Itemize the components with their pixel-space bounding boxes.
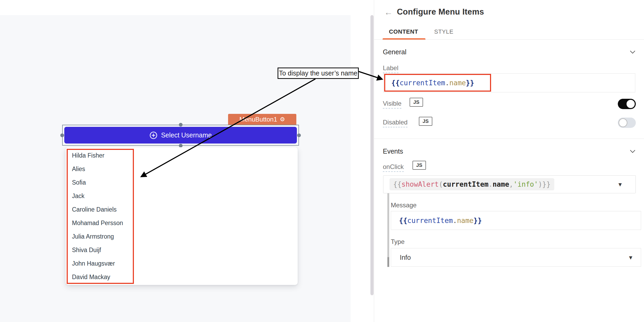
- type-select[interactable]: Info ▼: [391, 248, 641, 267]
- tab-style[interactable]: STYLE: [434, 28, 453, 35]
- dropdown-caret-icon: ▼: [617, 182, 623, 187]
- resize-handle-top[interactable]: [179, 123, 183, 127]
- onclick-field-caption: onClick: [383, 163, 404, 171]
- message-input[interactable]: {{currentItem.name}}: [391, 211, 641, 230]
- type-select-value: Info: [400, 254, 411, 261]
- tabs-divider: [374, 39, 644, 40]
- annotation-highlight-list: [67, 149, 134, 284]
- onclick-action-select[interactable]: {{showAlert(currentItem.name,'info')}} ▼: [383, 175, 636, 193]
- resize-handle-right[interactable]: [297, 133, 301, 137]
- toggle-knob: [627, 100, 635, 108]
- nested-panel-guide-thumb[interactable]: [387, 257, 389, 267]
- visible-js-toggle[interactable]: JS: [410, 98, 423, 107]
- label-input[interactable]: {{currentItem.name}}: [383, 73, 635, 92]
- toggle-knob: [619, 118, 627, 127]
- canvas-scrollbar[interactable]: [370, 15, 374, 295]
- section-events: Events: [383, 147, 403, 155]
- widget-name-label: MenuButton1: [239, 116, 277, 123]
- section-general: General: [383, 48, 406, 56]
- panel-divider: [374, 0, 374, 322]
- message-field-caption: Message: [391, 202, 416, 209]
- plus-circle-icon: [149, 131, 157, 139]
- disabled-toggle[interactable]: [618, 118, 636, 128]
- page-title: Configure Menu Items: [397, 7, 484, 17]
- resize-handle-left[interactable]: [60, 133, 64, 137]
- back-icon[interactable]: ←: [384, 7, 393, 17]
- dropdown-caret-icon: ▼: [628, 255, 633, 260]
- label-input-value: {{currentItem.name}}: [391, 79, 474, 87]
- visible-toggle[interactable]: [618, 99, 636, 109]
- visible-field-caption: Visible: [383, 100, 401, 107]
- annotation-callout: To display the user’s name: [278, 68, 359, 79]
- select-username-button[interactable]: Select Username: [64, 127, 297, 144]
- menu-button-label: Select Username: [161, 131, 212, 139]
- disabled-field-caption: Disabled: [383, 119, 407, 126]
- nested-panel-guide: [387, 193, 389, 267]
- onclick-action-chip: {{showAlert(currentItem.name,'info')}}: [389, 178, 554, 190]
- type-field-caption: Type: [391, 238, 405, 245]
- onclick-js-toggle[interactable]: JS: [412, 161, 426, 170]
- chevron-down-icon[interactable]: [630, 50, 636, 54]
- gear-icon[interactable]: ⚙: [280, 117, 285, 122]
- tab-content[interactable]: CONTENT: [389, 28, 418, 35]
- resize-handle-bottom[interactable]: [179, 144, 183, 147]
- widget-name-badge[interactable]: MenuButton1 ⚙: [228, 114, 296, 125]
- message-input-value: {{currentItem.name}}: [399, 217, 482, 225]
- label-field-caption: Label: [383, 64, 398, 72]
- section-divider: [374, 138, 644, 139]
- chevron-down-icon[interactable]: [630, 150, 636, 153]
- annotation-text: To display the user’s name: [279, 69, 357, 77]
- disabled-js-toggle[interactable]: JS: [419, 117, 432, 126]
